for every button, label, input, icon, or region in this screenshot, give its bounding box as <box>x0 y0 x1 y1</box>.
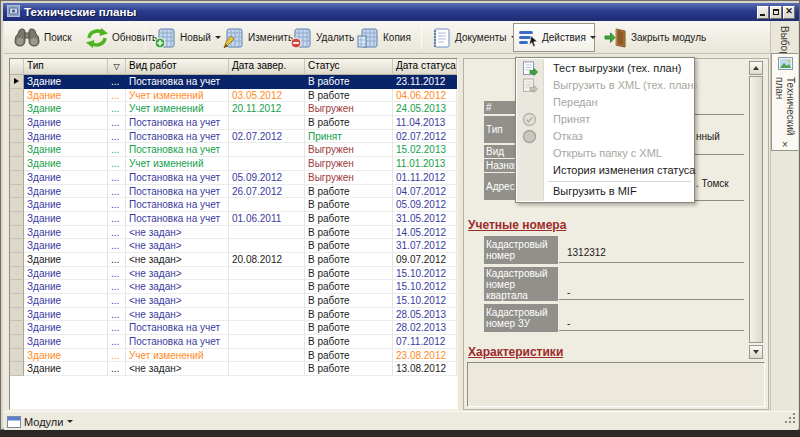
menu-item[interactable]: Выгрузить в MIF <box>517 183 693 200</box>
cadastral-field-label-1: Кадастровый номер квартала <box>484 267 558 301</box>
cell-dots: ... <box>108 89 126 103</box>
table-row[interactable]: Здание...Постановка на учетВыгружен15.02… <box>10 143 457 157</box>
menu-item[interactable]: История изменения статуса <box>517 162 693 179</box>
table-row[interactable]: Здание...Постановка на учет05.09.2012Выг… <box>10 171 457 185</box>
cell-status-date: 15.10.2012 <box>393 280 457 294</box>
field-value-1: нный <box>696 131 720 142</box>
cell-type: Здание <box>24 116 108 130</box>
column-header[interactable]: Статус <box>305 59 393 75</box>
table-row[interactable]: Здание...<не задан>В работе28.05.2013 <box>10 308 457 322</box>
table-row[interactable]: Здание...<не задан>20.08.2012В работе09.… <box>10 253 457 267</box>
column-header[interactable]: Дата завер. <box>229 59 305 75</box>
toolbar-button-close-module[interactable]: Закрыть модуль <box>599 23 711 52</box>
minimize-button[interactable] <box>757 6 769 19</box>
toolbar-button-binoculars[interactable]: Поиск <box>8 23 77 52</box>
table-row[interactable]: Здание...Постановка на учетВ работе05.09… <box>10 198 457 212</box>
cell-date-completed <box>229 321 305 335</box>
cell-status-date: 15.10.2012 <box>393 294 457 308</box>
column-header[interactable]: Вид работ <box>126 59 229 75</box>
table-row[interactable]: Здание...Учет изменений20.11.2012Выгруже… <box>10 102 457 116</box>
cell-work: Учет изменений <box>126 349 229 363</box>
table-row[interactable]: Здание...<не задан>В работе14.05.2012 <box>10 226 457 240</box>
table-row[interactable]: Здание...Учет измененийВ работе23.08.201… <box>10 349 457 363</box>
tab-close-icon[interactable]: × <box>782 139 788 150</box>
table-row[interactable]: Здание...<не задан>В работе13.08.2012 <box>10 362 457 376</box>
cell-status: Выгружен <box>305 102 393 116</box>
table-row[interactable]: Здание...Постановка на учетВ работе23.11… <box>10 75 457 89</box>
sort-indicator-column[interactable]: ▽ <box>108 59 126 75</box>
table-row[interactable]: Здание...Постановка на учетВ работе11.04… <box>10 116 457 130</box>
cadastral-field-label-2: Кадастровый номер ЗУ <box>484 304 558 332</box>
scroll-down-button[interactable] <box>749 345 763 359</box>
cell-dots: ... <box>108 294 126 308</box>
maximize-button[interactable] <box>770 6 782 19</box>
cadastral-field-value-0: 1312312 <box>567 247 606 258</box>
toolbar-button-label: Действия <box>542 32 586 43</box>
building-edit-icon <box>222 27 245 49</box>
menu-item: Выгрузить в XML (тех. план) <box>517 77 693 94</box>
cell-type: Здание <box>24 280 108 294</box>
toolbar-button-documents[interactable]: Документы <box>425 23 522 52</box>
table-row[interactable]: Здание...Постановка на учетВ работе28.02… <box>10 321 457 335</box>
table-row[interactable]: Здание...Учет изменений03.05.2012В работ… <box>10 89 457 103</box>
toolbar-button-actions[interactable]: Действия <box>513 23 595 52</box>
table-row[interactable]: Здание...Постановка на учет01.06.2011В р… <box>10 212 457 226</box>
cell-status-date: 09.07.2012 <box>393 253 457 267</box>
cell-type: Здание <box>24 185 108 199</box>
row-gutter <box>10 335 24 349</box>
section-title-characteristics: Характеристики <box>468 345 563 359</box>
cell-status: Выгружен <box>305 143 393 157</box>
building-copy-icon <box>357 27 380 49</box>
toolbar-separator <box>145 25 146 50</box>
table-row[interactable]: Здание...<не задан>В работе31.07.2012 <box>10 239 457 253</box>
menu-item-label: История изменения статуса <box>553 164 695 176</box>
cell-status: В работе <box>305 267 393 281</box>
column-header[interactable]: Тип <box>24 59 108 75</box>
toolbar-button-label: Поиск <box>44 32 72 43</box>
cell-status: В работе <box>305 335 393 349</box>
scroll-thumb[interactable] <box>749 76 763 343</box>
cell-type: Здание <box>24 226 108 240</box>
cell-status: В работе <box>305 280 393 294</box>
actions-menu: Тест выгрузки (тех. план)Выгрузить в XML… <box>515 57 695 203</box>
cell-dots: ... <box>108 253 126 267</box>
maximize-icon <box>773 9 779 15</box>
window-title: Технические планы <box>24 6 136 18</box>
column-header[interactable]: Дата статуса <box>393 59 457 75</box>
cell-dots: ... <box>108 102 126 116</box>
modules-button[interactable]: Модули <box>7 414 73 429</box>
cell-type: Здание <box>24 294 108 308</box>
detail-scrollbar[interactable] <box>749 61 763 359</box>
menu-item-label: Выгрузить в MIF <box>553 185 637 197</box>
cell-type: Здание <box>24 267 108 281</box>
resize-grip[interactable] <box>784 410 796 428</box>
cell-dots: ... <box>108 75 126 89</box>
table-row[interactable]: Здание...<не задан>В работе15.10.2012 <box>10 294 457 308</box>
table-row[interactable]: Здание...<не задан>В работе15.10.2012 <box>10 267 457 281</box>
row-gutter <box>10 198 24 212</box>
table-row[interactable]: Здание...Постановка на учет26.07.2012В р… <box>10 185 457 199</box>
close-button[interactable]: ✕ <box>783 6 795 19</box>
refresh-icon <box>85 28 109 48</box>
toolbar-button-building-copy[interactable]: Копия <box>352 23 416 52</box>
table-row[interactable]: Здание...Учет измененийВыгружен11.01.201… <box>10 157 457 171</box>
cell-status: В работе <box>305 294 393 308</box>
table-row[interactable]: Здание...<не задан>В работе15.10.2012 <box>10 280 457 294</box>
table-row[interactable]: Здание...Постановка на учетВ работе07.11… <box>10 335 457 349</box>
cell-status: В работе <box>305 321 393 335</box>
cell-status: В работе <box>305 116 393 130</box>
menu-item[interactable]: Тест выгрузки (тех. план) <box>517 60 693 77</box>
side-tab-technical-plan[interactable]: Технический план × <box>771 53 798 151</box>
scroll-up-button[interactable] <box>749 61 763 75</box>
cadastral-field-value-2: - <box>567 318 570 329</box>
check-circle-icon <box>522 112 538 128</box>
cell-date-completed <box>229 239 305 253</box>
menu-item-label: Отказ <box>553 130 583 142</box>
cell-status-date: 14.05.2012 <box>393 226 457 240</box>
table-row[interactable]: Здание...Постановка на учет02.07.2012При… <box>10 130 457 144</box>
toolbar-button-building-add[interactable]: Новый <box>149 23 226 52</box>
cell-work: Постановка на учет <box>126 321 229 335</box>
toolbar-button-building-delete[interactable]: Удалить <box>285 23 359 52</box>
cell-status-date: 28.05.2013 <box>393 308 457 322</box>
row-gutter <box>10 171 24 185</box>
